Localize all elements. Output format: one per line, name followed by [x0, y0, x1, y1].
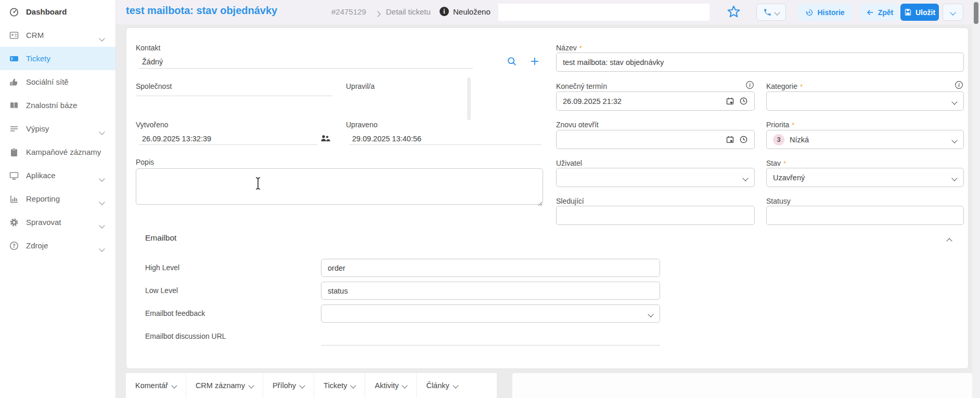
required-asterisk: *: [783, 160, 786, 167]
konecny-termin-input[interactable]: [556, 91, 755, 111]
tab-tickety[interactable]: Tickety: [314, 373, 365, 398]
chevron-down-icon: [99, 246, 105, 251]
text-cursor-ibeam: [254, 177, 262, 192]
chevron-down-icon: [402, 382, 408, 388]
chevron-down-icon: [951, 175, 957, 181]
search-icon[interactable]: [506, 56, 518, 69]
stav-select-value: Uzavřený: [773, 174, 805, 182]
chevron-down-icon: [351, 382, 356, 388]
info-icon[interactable]: i: [745, 81, 754, 89]
textarea-resize-grip[interactable]: [537, 199, 543, 204]
sidebar-item-socialni-site[interactable]: Sociální sítě: [0, 70, 115, 94]
kategorie-label: Kategorie*: [766, 82, 803, 90]
help-circle-icon: ?: [9, 241, 19, 251]
sidebar-item-reporting[interactable]: Reporting: [0, 187, 115, 210]
chevron-down-icon: [171, 382, 177, 388]
nazev-label: Název*: [556, 44, 582, 52]
chevron-down-icon: [99, 35, 105, 41]
sidebar-item-label: Zdroje: [26, 241, 48, 250]
low-level-label: Low Level: [145, 286, 178, 295]
uzivatel-label: Uživatel: [556, 159, 582, 167]
sidebar-item-label: CRM: [26, 31, 44, 39]
tab-label: Aktivity: [375, 381, 398, 390]
sledujici-label: Sledující: [556, 197, 584, 205]
back-button[interactable]: Zpět: [860, 4, 899, 21]
tab-label: Články: [426, 381, 449, 390]
sidebar-item-label: Dashboard: [26, 7, 67, 16]
sidebar-item-label: Kampaňové záznamy: [26, 148, 101, 156]
calendar-icon[interactable]: [726, 135, 734, 146]
required-asterisk: *: [579, 44, 582, 52]
sidebar-item-tickety[interactable]: Tickety: [0, 47, 115, 70]
clock-icon[interactable]: [739, 97, 748, 108]
chevron-down-icon: [774, 9, 780, 15]
statusy-input[interactable]: [766, 206, 964, 225]
chevron-down-icon: [951, 99, 957, 104]
sidebar-item-zdroje[interactable]: ? Zdroje: [0, 234, 115, 257]
breadcrumb[interactable]: Detail ticketu: [386, 7, 431, 16]
tab-clanky[interactable]: Články: [417, 373, 467, 398]
history-button[interactable]: Historie: [798, 4, 852, 21]
sidebar-item-vypisy[interactable]: Výpisy: [0, 117, 115, 140]
contact-card-icon: [9, 30, 19, 41]
add-contact-icon[interactable]: [529, 56, 540, 69]
gear-icon: [9, 217, 19, 228]
emailbot-feedback-select[interactable]: [321, 304, 660, 323]
book-icon: [9, 100, 19, 111]
tab-aktivity[interactable]: Aktivity: [365, 373, 417, 398]
info-icon[interactable]: i: [955, 81, 963, 89]
title-inline-input[interactable]: [498, 4, 710, 21]
tab-crm-zaznamy[interactable]: CRM záznamy: [186, 373, 263, 398]
sidebar-item-crm[interactable]: CRM: [0, 23, 115, 47]
kontakt-value[interactable]: Žádný: [142, 58, 163, 66]
chevron-down-icon: [99, 176, 105, 181]
chevron-down-icon: [99, 222, 105, 228]
spolecnost-underline[interactable]: [136, 96, 332, 96]
sidebar-item-aplikace[interactable]: Aplikace: [0, 164, 115, 187]
clock-icon[interactable]: [739, 135, 748, 146]
sidebar-item-spravovat[interactable]: Spravovat: [0, 210, 115, 234]
znovu-otevrit-input[interactable]: [556, 130, 755, 149]
collapse-section-chevron-icon[interactable]: [947, 236, 951, 245]
phone-dropdown-button[interactable]: [756, 4, 786, 21]
svg-text:?: ?: [12, 243, 16, 248]
sidebar-item-label: Reporting: [26, 194, 60, 203]
sidebar-item-dashboard[interactable]: Dashboard: [0, 0, 115, 23]
save-more-dropdown-button[interactable]: [943, 4, 963, 21]
emailbot-discussion-url-input[interactable]: [321, 327, 660, 346]
app-root: { "ui": { "required_marker": "*" }, "col…: [0, 0, 980, 398]
sidebar-item-kampanove-zaznamy[interactable]: Kampaňové záznamy: [0, 140, 115, 164]
scrollbar-thumb[interactable]: [974, 2, 978, 24]
emailbot-discussion-url-label: Emailbot discussion URL: [145, 332, 226, 340]
bottom-empty-panel: [512, 373, 972, 398]
save-button[interactable]: Uložit: [900, 4, 939, 21]
star-favorite-icon[interactable]: [727, 5, 741, 21]
svg-text:i: i: [749, 83, 751, 88]
priorita-select[interactable]: 3 Nízká: [766, 130, 964, 149]
calendar-icon[interactable]: [726, 97, 734, 108]
back-button-label: Zpět: [878, 8, 894, 17]
sidebar: Dashboard CRM Tickety Sociální sítě Znal…: [0, 0, 116, 398]
popis-textarea[interactable]: [136, 168, 543, 205]
save-icon: [904, 8, 912, 16]
low-level-input[interactable]: [321, 282, 660, 300]
chevron-down-icon: [950, 9, 956, 15]
sledujici-input[interactable]: [556, 206, 755, 225]
sidebar-item-label: Aplikace: [26, 171, 56, 180]
priority-number-badge: 3: [773, 134, 784, 145]
column-divider: [467, 77, 471, 120]
history-icon: [805, 8, 814, 17]
tab-prilohy[interactable]: Přílohy: [263, 373, 314, 398]
nazev-input[interactable]: [556, 52, 964, 72]
upraveno-underline: [349, 144, 541, 145]
stav-select[interactable]: Uzavřený: [766, 168, 964, 187]
kategorie-select[interactable]: [766, 91, 964, 111]
high-level-input[interactable]: [321, 259, 660, 277]
info-icon[interactable]: i: [440, 7, 449, 16]
tab-komentar[interactable]: Komentář: [126, 373, 186, 398]
people-icon[interactable]: [320, 133, 330, 145]
znovu-otevrit-label: Znovu otevřít: [556, 121, 599, 129]
uzivatel-select[interactable]: [556, 168, 755, 187]
vertical-scrollbar[interactable]: [972, 0, 980, 398]
sidebar-item-znalostni-baze[interactable]: Znalostní báze: [0, 94, 115, 117]
